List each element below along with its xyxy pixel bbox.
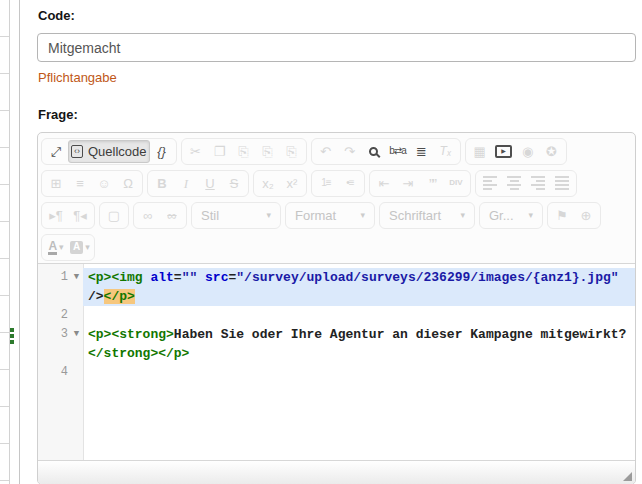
remove-format-button: Tₓ [434, 140, 458, 163]
toolbar-group: ▸¶¶◂ [41, 202, 95, 229]
question-edit-page: Code: Pflichtangabe Frage: ⤢‹›Quellcode{… [0, 0, 642, 484]
toolbar-row: ⊞≡☺ΩBIUSx₂x²1≡•≡⇤⇥””DIV [41, 167, 632, 199]
editor-toolbar: ⤢‹›Quellcode{}✂❐⎘⎘⎘↶↷b⇄a≣Tₓ▦▶◉✪⊞≡☺ΩBIUSx… [38, 133, 635, 263]
align-right-button [526, 172, 550, 195]
bold-icon: B [157, 177, 166, 190]
code-text[interactable] [83, 306, 635, 325]
div-container-icon: DIV [449, 179, 462, 187]
play-icon: ◉ [522, 145, 533, 158]
fold-arrow-icon[interactable]: ▼ [70, 268, 83, 287]
required-note: Pflichtangabe [38, 70, 636, 85]
align-left-icon [483, 175, 497, 191]
remove-format-icon: Tₓ [440, 145, 452, 157]
question-label: Frage: [38, 107, 636, 122]
link-button: ∞ [136, 204, 160, 227]
code-input[interactable] [37, 33, 636, 62]
line-number: 4 [38, 363, 70, 382]
toolbar-row: A▾A▾ [41, 231, 632, 263]
unlink-button: ∞ [160, 204, 184, 227]
link-icon: ∞ [143, 209, 152, 222]
toolbar-group [475, 170, 577, 197]
code-line: 2 [38, 306, 635, 325]
background-table-row-lines [0, 0, 9, 484]
redo-button: ↷ [338, 140, 362, 163]
toolbar-group: ⚑⊕ [547, 202, 601, 229]
bidi-ltr-icon: ▸¶ [49, 209, 63, 222]
superscript-button: x² [280, 172, 304, 195]
media-embed-button[interactable]: ▶ [492, 140, 516, 163]
richtext-editor: ⤢‹›Quellcode{}✂❐⎘⎘⎘↶↷b⇄a≣Tₓ▦▶◉✪⊞≡☺ΩBIUSx… [37, 132, 636, 484]
resize-grip-icon[interactable] [623, 472, 632, 481]
horizontal-line-icon: ≡ [76, 177, 84, 190]
align-right-icon [531, 175, 545, 191]
div-container-button: DIV [444, 172, 468, 195]
paste-icon: ⎘ [238, 145, 248, 158]
underline-icon: U [205, 177, 214, 190]
numbered-list-button: 1≡ [314, 172, 338, 195]
special-char-button: Ω [116, 172, 140, 195]
font-select: Schriftart▾ [382, 204, 472, 227]
numbered-list-icon: 1≡ [321, 178, 330, 188]
text-color-button: A▾ [44, 236, 68, 259]
code-lines: 1▼<p><img alt="" src="/survey/upload/sur… [38, 264, 635, 382]
copy-button: ❐ [208, 140, 232, 163]
fold-arrow-icon[interactable]: ▼ [70, 325, 83, 344]
code-text[interactable]: <p><strong>Haben Sie oder Ihre Agentur a… [83, 325, 635, 363]
blockquote-icon: ”” [429, 176, 435, 191]
bold-button: B [150, 172, 174, 195]
replace-button[interactable]: b⇄a [386, 140, 410, 163]
language-globe-button: ⊕ [574, 204, 598, 227]
bidi-rtl-button: ¶◂ [68, 204, 92, 227]
bidi-ltr-button: ▸¶ [44, 204, 68, 227]
bulleted-list-icon: •≡ [346, 178, 353, 188]
blockquote-button: ”” [420, 172, 444, 195]
select-all-button[interactable]: ≣ [410, 140, 434, 163]
table-button: ⊞ [44, 172, 68, 195]
outdent-button: ⇤ [372, 172, 396, 195]
code-text[interactable] [83, 363, 635, 382]
paste-from-word-button: ⎘ [280, 140, 304, 163]
line-number: 1 [38, 268, 70, 287]
form-panel: Code: Pflichtangabe Frage: ⤢‹›Quellcode{… [37, 8, 636, 484]
outdent-icon: ⇤ [379, 177, 390, 190]
toolbar-group: BIUS [147, 170, 249, 197]
toolbar-group: ⤢‹›Quellcode{} [41, 138, 177, 165]
lime-replacement-fields-icon: {} [157, 145, 166, 158]
font-size-select: Gr...▾ [482, 204, 540, 227]
code-text[interactable]: <p><img alt="" src="/survey/upload/surve… [83, 268, 635, 306]
undo-button: ↶ [314, 140, 338, 163]
indent-icon: ⇥ [403, 177, 414, 190]
line-gutter: 3▼ [38, 325, 83, 363]
cut-button: ✂ [184, 140, 208, 163]
underline-button: U [198, 172, 222, 195]
code-line: 1▼<p><img alt="" src="/survey/upload/sur… [38, 268, 635, 306]
code-line: 4 [38, 363, 635, 382]
source-button[interactable]: ‹›Quellcode [68, 140, 150, 163]
lime-replacement-fields-button[interactable]: {} [150, 140, 174, 163]
drag-handle-icon[interactable] [10, 328, 14, 344]
flash-icon: ✪ [546, 145, 557, 158]
background-panel-edge [9, 0, 10, 484]
paste-from-word-icon: ⎘ [286, 145, 296, 158]
find-button[interactable] [362, 140, 386, 163]
page-break-button: ▢ [102, 204, 126, 227]
toolbar-group: 1≡•≡ [311, 170, 365, 197]
flash-button: ✪ [540, 140, 564, 163]
text-color-icon: A▾ [48, 240, 63, 255]
background-color-icon: A▾ [70, 241, 90, 254]
maximize-icon: ⤢ [51, 145, 61, 158]
style-select: Stil▾ [194, 204, 278, 227]
toolbar-group: ∞∞ [133, 202, 187, 229]
play-button: ◉ [516, 140, 540, 163]
maximize-button[interactable]: ⤢ [44, 140, 68, 163]
image-button: ▦ [468, 140, 492, 163]
horizontal-line-button: ≡ [68, 172, 92, 195]
replace-icon: b⇄a [389, 146, 406, 156]
cut-icon: ✂ [190, 145, 201, 158]
smiley-icon: ☺ [97, 177, 110, 190]
line-gutter: 1▼ [38, 268, 83, 306]
background-color-button: A▾ [68, 236, 92, 259]
italic-icon: I [184, 177, 188, 190]
toolbar-group: Stil▾ [191, 202, 281, 229]
subscript-icon: x₂ [262, 177, 274, 190]
